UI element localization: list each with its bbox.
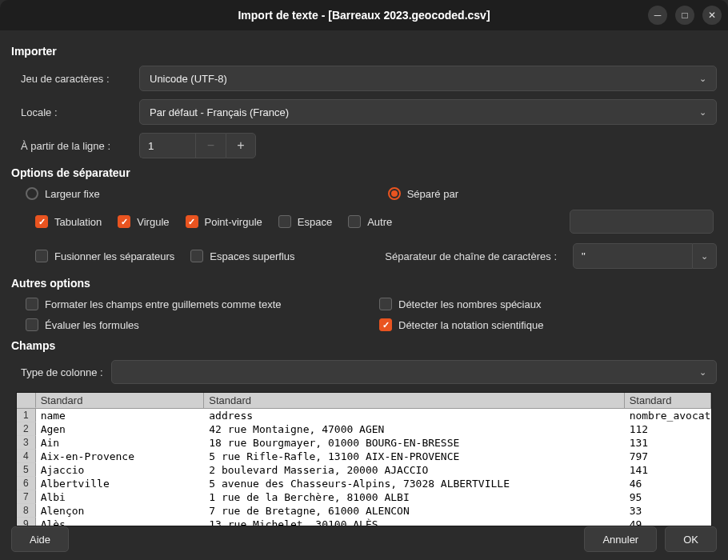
row-number: 8 xyxy=(17,504,36,518)
maximize-button[interactable]: □ xyxy=(675,6,694,25)
row-number: 6 xyxy=(17,477,36,490)
check-space[interactable]: Espace xyxy=(278,215,332,228)
check-trim[interactable]: Espaces superflus xyxy=(190,250,294,262)
row-number: 5 xyxy=(17,463,36,477)
checkbox-icon xyxy=(35,250,48,262)
row-number: 1 xyxy=(17,409,36,422)
cell[interactable]: 797 xyxy=(625,450,711,463)
section-separator: Options de séparateur xyxy=(11,166,717,179)
cell[interactable]: 2 boulevard Masseria, 20000 AJACCIO xyxy=(204,463,624,477)
radio-separated-label: Séparé par xyxy=(407,188,458,200)
check-merge[interactable]: Fusionner les séparateurs xyxy=(35,250,174,262)
locale-dropdown[interactable]: Par défaut - Français (France) ⌄ xyxy=(139,99,717,125)
cell[interactable]: address xyxy=(204,409,624,422)
checkbox-icon xyxy=(118,215,130,228)
coltype-label: Type de colonne : xyxy=(21,366,103,378)
cell[interactable]: 46 xyxy=(625,477,711,490)
col-header[interactable]: Standard xyxy=(36,393,205,408)
check-semicolon[interactable]: Point-virgule xyxy=(186,215,262,228)
locale-label: Locale : xyxy=(11,106,131,118)
cell[interactable]: 5 rue Rifle-Rafle, 13100 AIX-EN-PROVENCE xyxy=(204,450,624,463)
table-row: 7Albi1 rue de la Berchère, 81000 ALBI95 xyxy=(17,490,711,504)
spinner-plus-button[interactable]: + xyxy=(226,133,256,158)
cancel-button[interactable]: Annuler xyxy=(584,526,657,552)
cell[interactable]: Albertville xyxy=(36,477,205,490)
check-detect-special[interactable]: Détecter les nombres spéciaux xyxy=(379,298,717,310)
minimize-button[interactable]: ─ xyxy=(648,6,667,25)
row-number: 3 xyxy=(17,436,36,450)
cell[interactable]: nombre_avocat xyxy=(625,409,711,422)
cell[interactable]: 33 xyxy=(625,504,711,518)
row-number: 2 xyxy=(17,422,36,436)
checkbox-icon xyxy=(26,298,38,310)
cell[interactable]: 131 xyxy=(625,436,711,450)
charset-label: Jeu de caractères : xyxy=(11,73,131,85)
other-input[interactable] xyxy=(570,210,714,234)
check-detect-scientific[interactable]: Détecter la notation scientifique xyxy=(379,318,717,331)
chevron-down-icon: ⌄ xyxy=(699,107,706,118)
table-row: 6Albertville5 avenue des Chasseurs-Alpin… xyxy=(17,477,711,490)
preview-table[interactable]: Standard Standard Standard 1nameaddressn… xyxy=(16,392,712,526)
cell[interactable]: 1 rue de la Berchère, 81000 ALBI xyxy=(204,490,624,504)
cell[interactable]: Ajaccio xyxy=(36,463,205,477)
cell[interactable]: 18 rue Bourgmayer, 01000 BOURG-EN-BRESSE xyxy=(204,436,624,450)
col-header[interactable]: Standard xyxy=(625,393,711,408)
checkbox-icon xyxy=(190,250,203,262)
fromline-input[interactable] xyxy=(139,133,195,158)
cell[interactable]: name xyxy=(36,409,205,422)
spinner-minus-button[interactable]: − xyxy=(195,133,226,158)
check-eval-formulas[interactable]: Évaluer les formules xyxy=(26,318,363,331)
checkbox-icon xyxy=(379,298,392,310)
checkbox-icon xyxy=(348,215,361,228)
radio-fixed-width[interactable]: Largeur fixe xyxy=(26,187,100,200)
cell[interactable]: 95 xyxy=(625,490,711,504)
strdelim-dropdown-button[interactable]: ⌄ xyxy=(693,243,717,269)
cell[interactable]: Alençon xyxy=(36,504,205,518)
help-button[interactable]: Aide xyxy=(11,526,69,552)
strdelim-input[interactable] xyxy=(573,243,693,269)
charset-dropdown[interactable]: Unicode (UTF-8) ⌄ xyxy=(139,66,717,91)
coltype-dropdown[interactable]: ⌄ xyxy=(111,360,717,384)
radio-icon xyxy=(26,187,38,200)
table-row: 8Alençon7 rue de Bretagne, 61000 ALENCON… xyxy=(17,504,711,518)
chevron-down-icon: ⌄ xyxy=(699,367,706,378)
close-button[interactable]: ✕ xyxy=(702,6,722,25)
row-number: 4 xyxy=(17,450,36,463)
cell[interactable]: 42 rue Montaigne, 47000 AGEN xyxy=(204,422,624,436)
preview-header: Standard Standard Standard xyxy=(17,393,711,409)
cell[interactable]: Ain xyxy=(36,436,205,450)
radio-separated-by[interactable]: Séparé par xyxy=(388,187,458,200)
cell[interactable]: 141 xyxy=(625,463,711,477)
check-comma[interactable]: Virgule xyxy=(118,215,169,228)
titlebar: Import de texte - [Barreaux 2023.geocode… xyxy=(0,0,728,30)
ok-button[interactable]: OK xyxy=(665,526,717,552)
cell[interactable]: 112 xyxy=(625,422,711,436)
table-row: 1nameaddressnombre_avocat xyxy=(17,409,711,422)
cell[interactable]: 5 avenue des Chasseurs-Alpins, 73028 ALB… xyxy=(204,477,624,490)
cell[interactable]: Albi xyxy=(36,490,205,504)
check-tab[interactable]: Tabulation xyxy=(35,215,102,228)
table-row: 5Ajaccio2 boulevard Masseria, 20000 AJAC… xyxy=(17,463,711,477)
checkbox-icon xyxy=(26,318,38,331)
locale-value: Par défaut - Français (France) xyxy=(150,106,289,118)
checkbox-icon xyxy=(379,318,392,331)
charset-value: Unicode (UTF-8) xyxy=(150,73,227,85)
checkbox-icon xyxy=(278,215,291,228)
table-row: 3Ain18 rue Bourgmayer, 01000 BOURG-EN-BR… xyxy=(17,436,711,450)
chevron-down-icon: ⌄ xyxy=(699,74,706,84)
table-row: 2Agen42 rue Montaigne, 47000 AGEN112 xyxy=(17,422,711,436)
table-row: 4Aix-en-Provence5 rue Rifle-Rafle, 13100… xyxy=(17,450,711,463)
col-header[interactable]: Standard xyxy=(204,393,624,408)
section-fields: Champs xyxy=(11,339,717,352)
cell[interactable]: 7 rue de Bretagne, 61000 ALENCON xyxy=(204,504,624,518)
checkbox-icon xyxy=(186,215,198,228)
cell[interactable]: Aix-en-Provence xyxy=(36,450,205,463)
chevron-down-icon: ⌄ xyxy=(701,251,708,262)
window-title: Import de texte - [Barreaux 2023.geocode… xyxy=(238,9,490,22)
cell[interactable]: Agen xyxy=(36,422,205,436)
fromline-label: À partir de la ligne : xyxy=(11,140,131,152)
check-quoted-as-text[interactable]: Formater les champs entre guillemets com… xyxy=(26,298,363,310)
check-other[interactable]: Autre xyxy=(348,215,392,228)
row-number: 7 xyxy=(17,490,36,504)
section-importer: Importer xyxy=(11,45,717,58)
